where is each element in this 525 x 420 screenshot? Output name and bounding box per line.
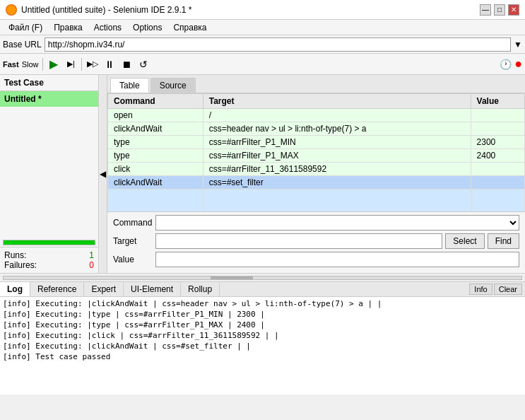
log-line: [info] Executing: |type | css=#arrFilter… [3,309,522,320]
base-url-label: Base URL [3,40,42,49]
reload-button[interactable]: ↺ [136,57,151,72]
command-select[interactable] [155,215,519,231]
title-bar-left: Untitled (untitled suite) - Selenium IDE… [6,4,191,16]
log-tab-rollup[interactable]: Rollup [181,282,220,296]
table-cell-command: type [108,136,203,149]
firefox-icon [6,4,17,16]
table-cell-target: / [203,109,471,122]
target-input[interactable] [155,233,442,249]
table-cell-empty [471,189,524,212]
panel-collapse-arrow[interactable]: ◀ [99,75,107,273]
table-row-empty[interactable] [108,189,525,212]
log-area: Log Reference Expert UI-Element Rollup I… [0,281,525,395]
table-row[interactable]: open/ [108,109,525,122]
table-row[interactable]: typecss=#arrFilter_P1_MAX2400 [108,149,525,163]
command-table: Command Target Value open/clickAndWaitcs… [107,93,525,211]
tab-bar: Table Source [107,75,525,93]
toolbar-right: 🕐 ● [497,57,522,72]
table-cell-value: 2400 [471,149,524,163]
log-line: [info] Executing: |clickAndWait | css=he… [3,298,522,309]
log-info-button[interactable]: Info [469,284,492,295]
toolbar-separator-1 [42,58,43,71]
table-cell-value: 2300 [471,136,524,149]
table-cell-target: css=#arrFilter_P1_MAX [203,149,471,163]
select-button[interactable]: Select [445,233,484,249]
table-cell-target: css=#arrFilter_11_3611589592 [203,163,471,176]
speed-slow-label[interactable]: Slow [22,60,39,69]
base-url-bar: Base URL ▼ [0,35,525,54]
table-cell-empty [203,189,471,212]
play-all-button[interactable]: ▶ [46,57,61,72]
runs-value: 1 [89,250,94,260]
log-tab-expert[interactable]: Expert [84,282,124,296]
table-cell-command: clickAndWait [108,122,203,136]
progress-bar-fill [4,240,95,245]
menu-file[interactable]: Файл (F) [3,21,48,34]
failures-value: 0 [89,260,94,270]
log-tab-reference[interactable]: Reference [30,282,84,296]
command-form: Command Target Select Find Value [107,211,525,273]
failures-label: Failures: [4,260,37,270]
menu-edit[interactable]: Правка [48,21,88,34]
menu-bar: Файл (F) Правка Actions Options Справка [0,20,525,35]
value-input[interactable] [155,252,519,267]
menu-help[interactable]: Справка [167,21,212,34]
test-case-item[interactable]: Untitled * [0,91,98,107]
step-button[interactable]: ▶▷ [85,57,100,72]
col-target: Target [203,94,471,109]
runs-label: Runs: [4,250,26,260]
log-actions: Info Clear [466,282,525,296]
log-line: [info] Executing: |type | css=#arrFilter… [3,320,522,330]
log-clear-button[interactable]: Clear [494,284,522,295]
table-row[interactable]: typecss=#arrFilter_P1_MIN2300 [108,136,525,149]
target-row: Target Select Find [113,233,519,249]
close-button[interactable]: ✕ [508,4,519,16]
table-row[interactable]: clickAndWaitcss=header nav > ul > li:nth… [108,122,525,136]
clock-button[interactable]: 🕐 [497,57,513,72]
command-row: Command [113,215,519,231]
maximize-button[interactable]: □ [494,4,505,16]
table-header-row: Command Target Value [108,94,525,109]
play-one-button[interactable]: ▶| [63,57,78,72]
minimize-button[interactable]: — [480,4,491,16]
progress-bar-container [3,240,95,245]
horizontal-scrollbar[interactable] [0,273,525,281]
log-line: [info] Test case passed [3,351,522,362]
base-url-dropdown-icon[interactable]: ▼ [514,40,522,49]
scrollbar-track [3,276,522,280]
table-cell-target: css=#arrFilter_P1_MIN [203,136,471,149]
table-row[interactable]: clickAndWaitcss=#set_filter [108,176,525,189]
menu-actions[interactable]: Actions [88,21,127,34]
menu-options[interactable]: Options [127,21,167,34]
pause-button[interactable]: ⏸ [102,57,117,72]
title-bar-controls: — □ ✕ [480,4,519,16]
col-command: Command [108,94,203,109]
table-cell-command: open [108,109,203,122]
right-panel: Table Source Command Target Value open/c… [107,75,525,273]
toolbar-separator-2 [81,58,82,71]
log-line: [info] Executing: |clickAndWait | css=#s… [3,341,522,351]
toolbar-dot: ● [514,57,522,71]
command-label: Command [113,218,155,228]
title-bar: Untitled (untitled suite) - Selenium IDE… [0,0,525,20]
main-layout: Test Case Untitled * Runs: 1 Failures: 0… [0,75,525,273]
log-tab-ui-element[interactable]: UI-Element [124,282,181,296]
base-url-input[interactable] [45,37,511,52]
log-line: [info] Executing: |click | css=#arrFilte… [3,330,522,341]
table-row[interactable]: clickcss=#arrFilter_11_3611589592 [108,163,525,176]
target-label: Target [113,236,155,246]
table-cell-command: click [108,163,203,176]
table-area: Command Target Value open/clickAndWaitcs… [107,93,525,211]
col-value: Value [471,94,524,109]
tab-table[interactable]: Table [110,78,149,93]
speed-fast-label[interactable]: Fast [3,60,19,69]
stop-button[interactable]: ⏹ [119,57,134,72]
tab-source[interactable]: Source [151,78,196,93]
table-cell-value [471,176,524,189]
table-cell-command: type [108,149,203,163]
find-button[interactable]: Find [488,233,519,249]
scrollbar-thumb[interactable] [211,276,253,279]
log-tab-log[interactable]: Log [0,282,30,296]
value-label: Value [113,255,155,264]
table-cell-target: css=#set_filter [203,176,471,189]
